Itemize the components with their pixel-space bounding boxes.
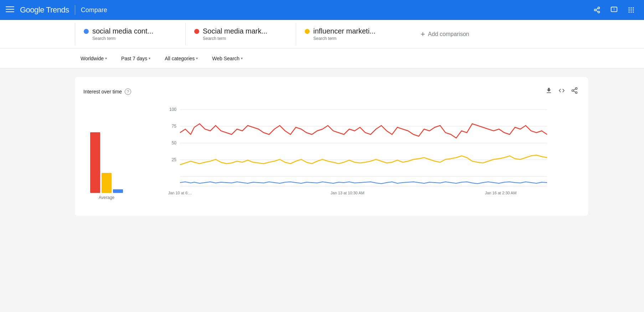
share-chart-icon[interactable]: [570, 86, 579, 97]
svg-point-19: [576, 88, 577, 89]
app-logo[interactable]: Google Trends: [20, 5, 69, 15]
plus-icon: +: [421, 30, 425, 39]
chart-actions: [544, 86, 579, 97]
svg-point-13: [629, 9, 630, 10]
header-actions: !: [590, 3, 638, 17]
svg-text:50: 50: [172, 140, 177, 145]
svg-text:25: 25: [172, 157, 177, 162]
chart-svg: 100 75 50 25 Jan 10 at 6:... Jan 13 at 1…: [130, 106, 579, 206]
term3-name: influencer marketi...: [305, 27, 398, 35]
svg-line-22: [573, 91, 576, 92]
svg-point-16: [629, 11, 630, 12]
app-header: Google Trends Compare !: [0, 0, 644, 20]
period-filter[interactable]: Past 7 days ▾: [115, 53, 156, 64]
add-comparison-button[interactable]: + Add comparison: [406, 25, 495, 43]
line-chart: 100 75 50 25 Jan 10 at 6:... Jan 13 at 1…: [130, 106, 579, 207]
svg-point-21: [576, 92, 577, 93]
svg-rect-2: [6, 11, 14, 12]
svg-text:Jan 10 at 6:...: Jan 10 at 6:...: [168, 191, 192, 195]
help-icon[interactable]: ?: [125, 88, 131, 95]
svg-line-23: [573, 89, 576, 90]
term2-dot: [194, 29, 199, 34]
term3-type: Search term: [313, 36, 398, 41]
svg-line-7: [596, 8, 598, 9]
svg-text:!: !: [613, 7, 614, 11]
svg-point-4: [594, 9, 596, 11]
average-bars: [90, 122, 123, 193]
menu-icon[interactable]: [6, 5, 14, 15]
chart-header: Interest over time ?: [83, 86, 579, 97]
interest-over-time-card: Interest over time ?: [75, 77, 588, 216]
svg-text:75: 75: [172, 124, 177, 129]
search-bar: social media cont... Search term Social …: [0, 20, 644, 48]
svg-text:100: 100: [169, 107, 176, 112]
chart-title: Interest over time ?: [83, 88, 131, 95]
search-term-3[interactable]: influencer marketi... Search term: [296, 23, 406, 45]
filters-bar: Worldwide ▾ Past 7 days ▾ All categories…: [0, 48, 644, 68]
avg-bar-red: [90, 132, 100, 193]
svg-text:Jan 13 at 10:30 AM: Jan 13 at 10:30 AM: [331, 191, 365, 195]
chart-area: Average 100 75 50 25: [83, 106, 579, 207]
term3-dot: [305, 29, 310, 34]
term2-type: Search term: [203, 36, 287, 41]
chevron-down-icon: ▾: [241, 56, 243, 60]
location-filter[interactable]: Worldwide ▾: [75, 53, 113, 64]
svg-point-12: [633, 7, 634, 9]
svg-point-20: [572, 90, 574, 92]
svg-point-18: [633, 11, 634, 12]
category-filter[interactable]: All categories ▾: [159, 53, 203, 64]
average-label: Average: [99, 195, 114, 200]
chevron-down-icon: ▾: [149, 56, 150, 60]
page-title: Compare: [81, 6, 107, 14]
svg-text:Jan 16 at 2:30 AM: Jan 16 at 2:30 AM: [485, 191, 517, 195]
avg-bar-yellow: [102, 173, 112, 193]
search-term-1[interactable]: social media cont... Search term: [75, 23, 185, 45]
search-type-filter[interactable]: Web Search ▾: [206, 53, 248, 64]
term1-type: Search term: [92, 36, 177, 41]
svg-rect-0: [6, 6, 14, 7]
header-divider: [75, 5, 75, 15]
term2-name: Social media mark...: [194, 27, 287, 35]
svg-point-15: [633, 9, 634, 10]
main-content: Interest over time ?: [0, 68, 644, 224]
embed-code-icon[interactable]: [557, 86, 567, 97]
svg-point-3: [598, 7, 600, 9]
feedback-button[interactable]: !: [607, 3, 621, 17]
svg-point-5: [598, 11, 600, 13]
chevron-down-icon: ▾: [196, 56, 198, 60]
share-button[interactable]: [590, 3, 604, 17]
svg-rect-1: [6, 9, 14, 10]
avg-bar-blue: [113, 189, 123, 193]
term1-dot: [84, 29, 89, 34]
svg-point-17: [630, 11, 632, 12]
average-bars-section: Average: [83, 122, 130, 207]
term1-name: social media cont...: [84, 27, 177, 35]
chevron-down-icon: ▾: [105, 56, 107, 60]
download-icon[interactable]: [544, 86, 554, 97]
search-term-2[interactable]: Social media mark... Search term: [185, 23, 296, 45]
svg-point-10: [629, 7, 630, 9]
svg-point-11: [630, 7, 632, 9]
svg-line-6: [596, 10, 598, 11]
apps-button[interactable]: [624, 3, 638, 17]
svg-point-14: [630, 9, 632, 10]
